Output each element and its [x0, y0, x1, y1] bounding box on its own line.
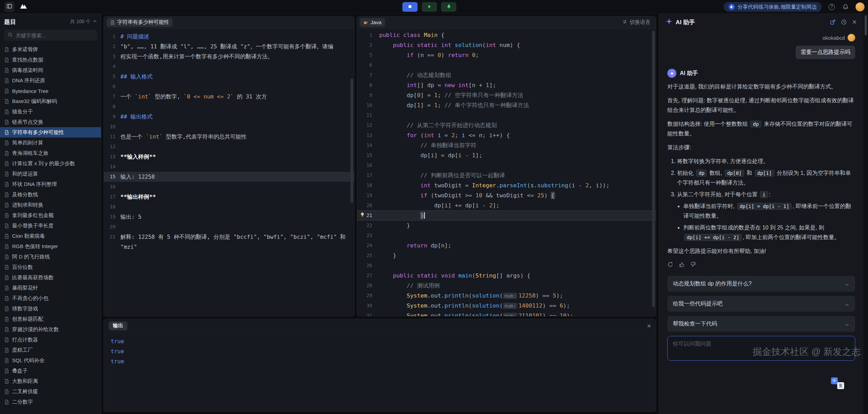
sidebar-item[interactable]: 进制求和转换 [0, 200, 101, 210]
sidebar-item[interactable]: 链表节点交换 [0, 117, 101, 127]
line-number: 1 [104, 31, 120, 41]
text: 初始化 [677, 170, 695, 176]
sidebar-item[interactable]: 猫鱼分干 [0, 106, 101, 117]
sidebar-header: 题目 共 100 个 [0, 14, 101, 30]
sidebar-item[interactable]: 不再贪心的小包 [0, 293, 101, 303]
text: 算法步骤: [667, 144, 691, 150]
sidebar-item[interactable]: 蛋糕工厂 [0, 345, 101, 355]
text: : [769, 191, 770, 197]
line-number: 21 [104, 232, 120, 252]
code-line: 19 if (twoDigit >= 10 && twoDigit <= 25)… [357, 190, 656, 200]
code-editor[interactable]: 1public class Main {2 public static int … [357, 29, 656, 317]
sidebar-item[interactable]: 字符串有多少种可能性 [0, 127, 101, 138]
sidebar-item[interactable]: 穿越沙漠的补给次数 [0, 324, 101, 335]
sidebar-item[interactable]: 打点计数器 [0, 335, 101, 345]
panel-toggle-button[interactable] [4, 2, 15, 12]
sidebar-item[interactable]: 查找热点数据 [0, 55, 101, 65]
sidebar-item[interactable]: 创意标题匹配 [0, 314, 101, 324]
sidebar-item[interactable]: RGB 色值转 Integer [0, 241, 101, 252]
code-line-text: public static void main(String[] args) { [379, 271, 530, 281]
sidebar-item[interactable]: Base32 编码和解码 [0, 96, 101, 106]
inline-code: dp [696, 170, 707, 177]
history-icon[interactable] [841, 19, 847, 25]
translate-plugin-icon[interactable]: 中 英 [831, 377, 844, 389]
sidebar-item[interactable]: Bytedance Tree [0, 86, 101, 96]
sidebar-item[interactable]: 最小替换子串长度 [0, 220, 101, 231]
problem-content[interactable]: 1# 问题描述2"b", ……, 11 翻译成 "l", ……, 25 翻译成 … [104, 29, 354, 252]
submit-button[interactable] [441, 2, 456, 12]
switch-language-button[interactable]: 切换语言 [622, 19, 650, 26]
sidebar-item[interactable]: SQL 代码补全 [0, 355, 101, 366]
suggestion-card[interactable]: 帮我检查一下代码→ [667, 316, 855, 332]
debug-button[interactable] [402, 2, 418, 12]
sidebar-item[interactable]: 和的逆运算 [0, 169, 101, 179]
sidebar-item-label: 进制求和转换 [12, 202, 43, 208]
thumbs-up-icon[interactable] [679, 262, 685, 267]
sidebar-item[interactable]: 多米诺骨牌 [0, 44, 101, 55]
ai-question-input[interactable] [667, 336, 855, 361]
sidebar-item[interactable]: 暴雨梨花针 [0, 283, 101, 293]
sidebar-item[interactable]: 二叉树供暖 [0, 386, 101, 397]
suggestion-card[interactable]: 给我一些代码提示吧→ [667, 296, 855, 312]
lightbulb-icon[interactable] [360, 212, 365, 217]
thumbs-down-icon[interactable] [690, 262, 696, 267]
sidebar-item-label: RGB 色值转 Integer [12, 243, 58, 250]
problem-line-text [120, 162, 354, 172]
page-scrollbar-thumb[interactable] [865, 15, 867, 35]
file-icon [4, 285, 9, 291]
file-icon [4, 368, 9, 374]
sidebar-item[interactable]: 环状 DNA 序列整理 [0, 179, 101, 189]
run-button[interactable] [422, 2, 437, 12]
sidebar-item[interactable]: 大数和距离 [0, 376, 101, 386]
problem-list[interactable]: 多米诺骨牌查找热点数据病毒感染时间DNA 序列还原Bytedance TreeB… [0, 44, 101, 414]
open-in-window-icon[interactable] [830, 19, 835, 25]
sidebar-item[interactable]: 百分位数 [0, 262, 101, 272]
problem-scrollbar[interactable] [350, 78, 353, 203]
collapse-up-icon[interactable] [93, 19, 97, 25]
output-tab[interactable]: 输出 [109, 321, 127, 330]
assistant-row: AI 助手 [667, 69, 855, 78]
sidebar-item[interactable]: 拿到最多红包金额 [0, 210, 101, 220]
user-avatar[interactable] [856, 2, 865, 11]
problem-tab-title: 字符串有多少种可能性 [117, 19, 169, 26]
regenerate-icon[interactable] [667, 262, 673, 267]
line-number: 16 [357, 160, 379, 170]
sidebar-item[interactable]: 青海湖租车之旅 [0, 148, 101, 158]
search-input[interactable] [16, 32, 93, 38]
bell-icon[interactable] [842, 3, 849, 11]
sidebar-item[interactable]: DNA 序列还原 [0, 75, 101, 86]
problem-tab[interactable]: 字符串有多少种可能性 [107, 18, 173, 27]
page-scrollbar[interactable] [864, 14, 868, 414]
sidebar-item[interactable]: 及格分数线 [0, 189, 101, 200]
code-line-text: dp[i] = dp[i - 1]; [379, 150, 482, 160]
ai-list-item: 将数字转换为字符串, 方便逐位处理。 [677, 157, 855, 166]
close-icon[interactable]: × [852, 18, 857, 26]
close-icon[interactable]: × [647, 322, 651, 329]
sidebar-item[interactable]: 病毒感染时间 [0, 65, 101, 75]
file-icon [4, 203, 9, 208]
output-header: 输出 × [104, 319, 656, 333]
file-icon [4, 223, 9, 228]
file-icon [4, 192, 9, 197]
sidebar-item[interactable]: 二分数字 [0, 397, 101, 407]
sidebar-item[interactable]: 简单四则计算 [0, 138, 101, 148]
sidebar-item[interactable]: Cion 勒索病毒 [0, 231, 101, 241]
problem-line-text: 一个 `int` 型的数字, `0 <= num <= 2` 的 31 次方 [120, 92, 354, 102]
ai-conversation: okokabcd 需要一点思路提示吗 AI 助手 对于这道题, 我们的目标是计算… [659, 30, 864, 414]
language-tab[interactable]: Java [360, 18, 385, 27]
sidebar-item[interactable]: 比赛最高获胜场数 [0, 272, 101, 283]
file-icon [4, 265, 9, 270]
problem-line-text [120, 202, 354, 212]
file-icon [4, 358, 9, 363]
help-icon[interactable]: ? [828, 3, 835, 11]
sidebar-item[interactable]: 阿 D 的飞行路线 [0, 252, 101, 262]
code-scrollbar[interactable] [652, 31, 655, 307]
suggestion-card[interactable]: 动态规划数组 dp 的作用是什么?→ [667, 276, 855, 292]
sidebar-item[interactable]: 计算位置 x 到 y 的最少步数 [0, 158, 101, 169]
sidebar-item[interactable]: 猜数字游戏 [0, 303, 101, 314]
file-icon [4, 57, 9, 63]
promo-banner[interactable]: 分享代码练习体验,领限量定制周边 [724, 2, 822, 12]
marscode-logo[interactable] [18, 2, 29, 12]
sidebar-item[interactable]: 叠盘子 [0, 366, 101, 376]
code-line-text: } [379, 220, 410, 230]
